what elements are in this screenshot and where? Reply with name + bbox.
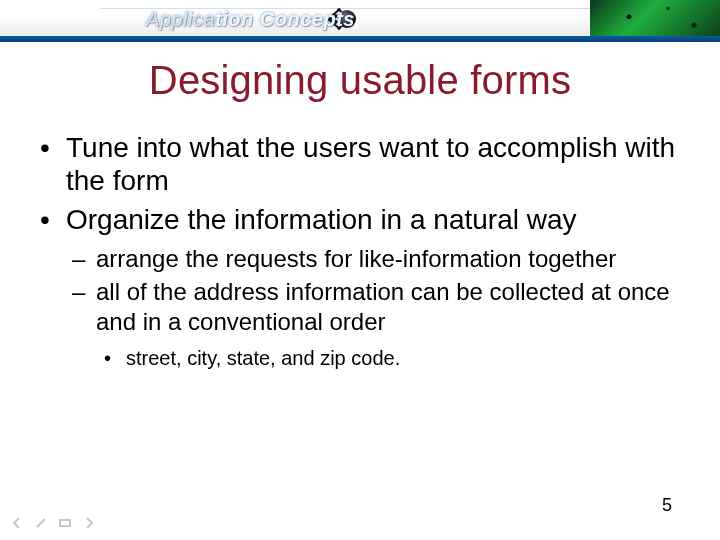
- bullet-item: all of the address information can be co…: [96, 277, 690, 371]
- bullet-item: arrange the requests for like-informatio…: [96, 244, 690, 273]
- next-slide-icon[interactable]: [82, 516, 96, 530]
- slide-banner: Application Concepts: [0, 0, 720, 42]
- nav-controls: [10, 516, 96, 530]
- bullet-text: street, city, state, and zip code.: [126, 347, 400, 369]
- bullet-text: all of the address information can be co…: [96, 278, 670, 334]
- page-number: 5: [662, 495, 672, 516]
- prev-slide-icon[interactable]: [10, 516, 24, 530]
- menu-icon[interactable]: [58, 516, 72, 530]
- bullet-text: Tune into what the users want to accompl…: [66, 132, 675, 196]
- banner-title: Application Concepts: [146, 8, 355, 31]
- bullet-item: street, city, state, and zip code.: [126, 346, 690, 371]
- banner-title-emph: tion Concepts: [215, 8, 355, 30]
- banner-decoration: [590, 0, 720, 42]
- bullet-text: Organize the information in a natural wa…: [66, 204, 577, 235]
- bullet-item: Tune into what the users want to accompl…: [66, 131, 690, 197]
- slide-title: Designing usable forms: [0, 58, 720, 103]
- bullet-item: Organize the information in a natural wa…: [66, 203, 690, 371]
- banner-title-prefix: Applica: [146, 8, 215, 30]
- svg-rect-0: [60, 520, 70, 526]
- slide-body: Tune into what the users want to accompl…: [30, 131, 690, 371]
- bullet-text: arrange the requests for like-informatio…: [96, 245, 616, 272]
- pen-icon[interactable]: [34, 516, 48, 530]
